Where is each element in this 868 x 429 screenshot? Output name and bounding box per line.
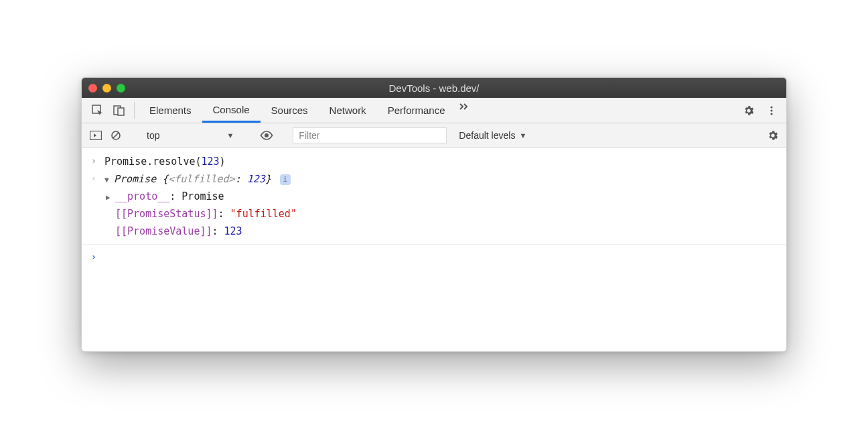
console-toolbar: top ▼ Default levels ▼ xyxy=(82,123,786,147)
settings-icon[interactable] xyxy=(741,103,757,119)
caret-down-icon: ▼ xyxy=(226,131,234,139)
divider xyxy=(134,102,135,119)
tab-elements[interactable]: Elements xyxy=(139,98,202,123)
inspect-element-icon[interactable] xyxy=(87,98,108,123)
result-status-row[interactable]: [[PromiseStatus]]: "fulfilled" xyxy=(82,205,786,223)
separator xyxy=(82,244,786,245)
filter-input[interactable] xyxy=(293,127,447,143)
context-label: top xyxy=(147,130,159,141)
input-code: Promise.resolve(123) xyxy=(104,156,226,168)
input-marker-icon: › xyxy=(87,156,100,166)
live-expression-icon[interactable] xyxy=(260,131,273,140)
device-toolbar-icon[interactable] xyxy=(108,98,130,123)
tab-performance[interactable]: Performance xyxy=(377,98,456,123)
console-settings-icon[interactable] xyxy=(765,127,781,143)
tab-console[interactable]: Console xyxy=(202,98,261,123)
toggle-sidebar-icon[interactable] xyxy=(88,131,103,140)
info-badge-icon[interactable]: i xyxy=(280,174,291,185)
console-prompt[interactable]: › xyxy=(82,249,786,265)
result-proto-row[interactable]: ▶__proto__: Promise xyxy=(82,188,786,205)
context-selector[interactable]: top ▼ xyxy=(143,129,240,142)
tab-network[interactable]: Network xyxy=(319,98,377,123)
tab-sources[interactable]: Sources xyxy=(261,98,319,123)
clear-console-icon[interactable] xyxy=(108,130,123,141)
svg-point-4 xyxy=(770,109,772,111)
zoom-window-button[interactable] xyxy=(117,84,125,93)
console-result[interactable]: › ▼Promise {<fulfilled>: 123} i xyxy=(82,170,786,188)
minimize-window-button[interactable] xyxy=(102,84,111,93)
disclosure-right-icon[interactable]: ▶ xyxy=(106,193,115,202)
log-levels-label: Default levels xyxy=(459,130,515,141)
tab-bar: Elements Console Sources Network Perform… xyxy=(82,98,786,123)
output-marker-icon: › xyxy=(87,173,100,183)
console-output: › Promise.resolve(123) › ▼Promise {<fulf… xyxy=(82,147,786,351)
disclosure-down-icon[interactable]: ▼ xyxy=(104,176,114,184)
window-title: DevTools - web.dev/ xyxy=(82,82,786,94)
prompt-icon: › xyxy=(87,251,100,262)
log-levels-selector[interactable]: Default levels ▼ xyxy=(452,130,533,141)
svg-line-8 xyxy=(113,133,119,138)
console-input-echo[interactable]: › Promise.resolve(123) xyxy=(82,153,786,170)
close-window-button[interactable] xyxy=(88,84,97,93)
titlebar: DevTools - web.dev/ xyxy=(82,78,786,98)
more-options-icon[interactable] xyxy=(764,103,780,119)
svg-rect-2 xyxy=(118,108,124,115)
svg-point-3 xyxy=(770,106,772,108)
result-value-row[interactable]: [[PromiseValue]]: 123 xyxy=(82,223,786,240)
caret-down-icon: ▼ xyxy=(519,131,526,139)
traffic-lights xyxy=(88,84,125,93)
more-tabs-icon[interactable] xyxy=(456,98,472,114)
svg-point-5 xyxy=(770,113,772,115)
svg-point-9 xyxy=(265,133,269,137)
devtools-window: DevTools - web.dev/ Elements Console Sou… xyxy=(81,77,787,352)
result-summary: ▼Promise {<fulfilled>: 123} i xyxy=(104,173,291,185)
